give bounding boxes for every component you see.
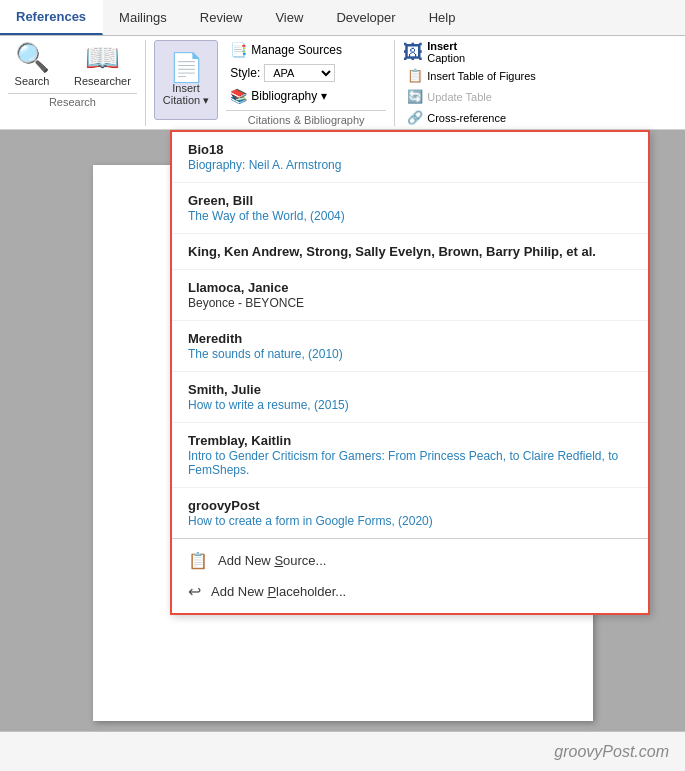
bottom-bar: groovyPost.com: [0, 731, 685, 771]
add-new-source-button[interactable]: 📋 Add New Source...: [172, 545, 648, 576]
search-icon: 🔍: [15, 44, 50, 72]
tab-developer[interactable]: Developer: [320, 0, 412, 35]
list-item[interactable]: Tremblay, Kaitlin Intro to Gender Critic…: [172, 423, 648, 488]
tab-review[interactable]: Review: [184, 0, 260, 35]
cross-reference-icon: 🔗: [407, 110, 423, 125]
bibliography-icon: 📚: [230, 88, 247, 104]
list-item[interactable]: Green, Bill The Way of the World, (2004): [172, 183, 648, 234]
caption-label: Caption: [427, 52, 465, 64]
insert-table-of-figures-button[interactable]: 📋 Insert Table of Figures: [403, 66, 540, 85]
tab-bar: References Mailings Review View Develope…: [0, 0, 685, 36]
researcher-button[interactable]: 📖 Researcher: [68, 40, 137, 91]
researcher-icon: 📖: [85, 44, 120, 72]
research-icons: 🔍 Search 📖 Researcher: [8, 40, 137, 91]
style-dropdown[interactable]: APA MLA Chicago: [264, 64, 335, 82]
research-group-label: Research: [8, 93, 137, 108]
style-selector[interactable]: Style: APA MLA Chicago: [226, 62, 386, 84]
bibliography-button[interactable]: 📚 Bibliography ▾: [226, 86, 386, 106]
list-item[interactable]: Meredith The sounds of nature, (2010): [172, 321, 648, 372]
update-table-button[interactable]: 🔄 Update Table: [403, 87, 540, 106]
list-item[interactable]: groovyPost How to create a form in Googl…: [172, 488, 648, 538]
manage-sources-icon: 📑: [230, 42, 247, 58]
citation-list: Bio18 Biography: Neil A. Armstrong Green…: [172, 132, 648, 538]
search-button[interactable]: 🔍 Search: [8, 40, 56, 91]
table-of-figures-icon: 📋: [407, 68, 423, 83]
citation-group: 📄 InsertCitation ▾ 📑 Manage Sources Styl…: [146, 40, 395, 126]
insert-citation-button[interactable]: 📄 InsertCitation ▾: [154, 40, 218, 120]
update-table-icon: 🔄: [407, 89, 423, 104]
list-item[interactable]: Smith, Julie How to write a resume, (201…: [172, 372, 648, 423]
captions-group: 🖼 Insert Caption 📋 Insert Table of Figur…: [395, 40, 548, 126]
insert-caption-row: 🖼 Insert Caption: [403, 40, 465, 64]
add-new-placeholder-button[interactable]: ↩ Add New Placeholder...: [172, 576, 648, 607]
tab-view[interactable]: View: [259, 0, 320, 35]
citation-dropdown: Bio18 Biography: Neil A. Armstrong Green…: [170, 130, 650, 615]
ribbon-content: 🔍 Search 📖 Researcher Research 📄 InsertC…: [0, 36, 685, 130]
citation-group-label: Citations & Bibliography: [226, 110, 386, 126]
list-item[interactable]: King, Ken Andrew, Strong, Sally Evelyn, …: [172, 234, 648, 270]
list-item[interactable]: Llamoca, Janice Beyonce - BEYONCE: [172, 270, 648, 321]
add-source-icon: 📋: [188, 551, 208, 570]
insert-caption-button[interactable]: Insert: [427, 40, 465, 52]
tab-mailings[interactable]: Mailings: [103, 0, 184, 35]
tab-references[interactable]: References: [0, 0, 103, 35]
cross-reference-button[interactable]: 🔗 Cross-reference: [403, 108, 540, 127]
research-group: 🔍 Search 📖 Researcher Research: [0, 40, 146, 126]
dropdown-footer: 📋 Add New Source... ↩ Add New Placeholde…: [172, 538, 648, 613]
watermark-text: groovyPost.com: [554, 743, 669, 761]
caption-icon: 🖼: [403, 41, 423, 64]
manage-sources-button[interactable]: 📑 Manage Sources: [226, 40, 386, 60]
add-placeholder-icon: ↩: [188, 582, 201, 601]
citation-icon: 📄: [169, 54, 204, 82]
list-item[interactable]: Bio18 Biography: Neil A. Armstrong: [172, 132, 648, 183]
tab-help[interactable]: Help: [413, 0, 473, 35]
